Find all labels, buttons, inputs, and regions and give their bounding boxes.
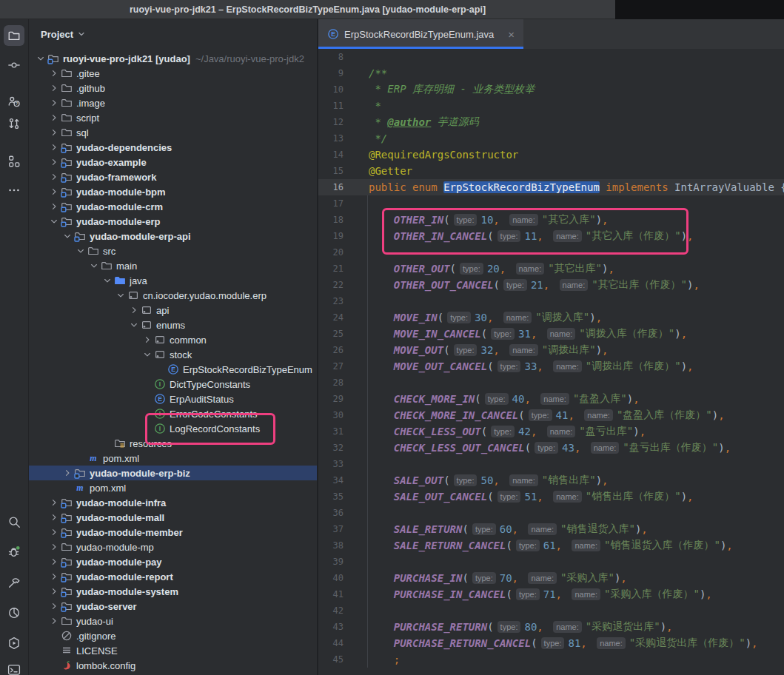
chevron-right-icon[interactable]: [48, 511, 60, 523]
tree-item-yudao-module-report[interactable]: yudao-module-report: [29, 569, 317, 584]
line-number[interactable]: 17: [318, 198, 344, 209]
line-number[interactable]: 9: [318, 68, 344, 78]
code-line-19[interactable]: 19 OTHER_IN_CANCEL(type:11, name:"其它入库（作…: [318, 228, 784, 244]
tree-item-stock[interactable]: stock: [29, 347, 317, 362]
tree-item-resources[interactable]: resources: [29, 436, 317, 451]
tree-item-common[interactable]: common: [29, 332, 317, 347]
services-icon[interactable]: [5, 634, 23, 652]
version-control-icon[interactable]: [5, 115, 23, 132]
chevron-right-icon[interactable]: [48, 186, 60, 198]
tree-item-sql[interactable]: sql: [29, 125, 317, 140]
tree-item-dicttypeconstants[interactable]: IDictTypeConstants: [29, 377, 317, 392]
line-number[interactable]: 30: [318, 410, 344, 420]
code-line-10[interactable]: 10 * ERP 库存明细 - 业务类型枚举: [318, 81, 784, 98]
search-icon[interactable]: [5, 513, 23, 531]
code-line-34[interactable]: 34 SALE_OUT(type:50, name:"销售出库"),: [318, 472, 784, 488]
chevron-down-icon[interactable]: [141, 349, 153, 360]
code-line-35[interactable]: 35 SALE_OUT_CANCEL(type:51, name:"销售出库（作…: [318, 488, 784, 505]
tree-item-yudao-module-infra[interactable]: yudao-module-infra: [29, 495, 317, 510]
tree-item-yudao-ui[interactable]: yudao-ui: [29, 614, 317, 628]
code-line-26[interactable]: 26 MOVE_OUT(type:32, name:"调拨出库"),: [318, 342, 784, 358]
code-line-14[interactable]: 14@RequiredArgsConstructor: [318, 147, 784, 163]
chevron-down-icon[interactable]: [61, 230, 73, 242]
chevron-right-icon[interactable]: [48, 171, 60, 183]
close-tab-icon[interactable]: ×: [508, 29, 515, 40]
line-number[interactable]: 34: [318, 475, 344, 486]
project-panel-header[interactable]: Project: [41, 26, 86, 42]
code-line-12[interactable]: 12 * @author 芋道源码: [318, 114, 784, 130]
chevron-right-icon[interactable]: [48, 82, 60, 94]
tree-item-yudao-module-erp[interactable]: yudao-module-erp: [29, 214, 317, 229]
chevron-down-icon[interactable]: [128, 319, 140, 331]
code-line-41[interactable]: 41 PURCHASE_IN_CANCEL(type:71, name:"采购入…: [318, 586, 784, 602]
code-line-18[interactable]: 18 OTHER_IN(type:10, name:"其它入库"),: [318, 212, 784, 228]
line-number[interactable]: 37: [318, 524, 344, 534]
chevron-down-icon[interactable]: [88, 260, 100, 272]
code-line-28[interactable]: 28: [318, 375, 784, 391]
line-number[interactable]: 27: [318, 361, 344, 372]
line-number[interactable]: 43: [318, 622, 344, 632]
line-number[interactable]: 16: [318, 182, 344, 192]
tree-item-yudao-dependencies[interactable]: yudao-dependencies: [29, 140, 317, 155]
line-number[interactable]: 45: [318, 654, 344, 665]
line-number[interactable]: 39: [318, 557, 344, 567]
more-icon[interactable]: [5, 181, 23, 199]
chevron-down-icon[interactable]: [101, 275, 113, 286]
tree-item-src[interactable]: src: [29, 244, 317, 258]
tree-item-yudao-module-erp-biz[interactable]: yudao-module-erp-biz: [29, 466, 317, 480]
code-line-20[interactable]: 20: [318, 244, 784, 261]
code-line-24[interactable]: 24 MOVE_IN(type:30, name:"调拨入库"),: [318, 309, 784, 326]
line-number[interactable]: 26: [318, 345, 344, 355]
line-number[interactable]: 11: [318, 101, 344, 111]
code-line-29[interactable]: 29 CHECK_MORE_IN(type:40, name:"盘盈入库"),: [318, 391, 784, 407]
chevron-right-icon[interactable]: [48, 615, 60, 627]
tree-item-yudao-example[interactable]: yudao-example: [29, 155, 317, 169]
code-line-9[interactable]: 9/**: [318, 65, 784, 81]
profiler-icon[interactable]: [5, 604, 23, 622]
tree-item-.gitignore[interactable]: .gitignore: [29, 628, 317, 643]
project-icon[interactable]: [4, 25, 24, 46]
line-number[interactable]: 8: [318, 52, 344, 62]
code-editor[interactable]: 89/**10 * ERP 库存明细 - 业务类型枚举11 *12 * @aut…: [318, 49, 784, 675]
line-number[interactable]: 13: [318, 133, 344, 144]
line-number[interactable]: 22: [318, 280, 344, 290]
line-number[interactable]: 35: [318, 491, 344, 502]
code-line-25[interactable]: 25 MOVE_IN_CANCEL(type:31, name:"调拨入库（作废…: [318, 326, 784, 342]
tree-item-lombok.config[interactable]: lombok.config: [29, 658, 317, 673]
tree-item-erpstockrecordbiztypeenum[interactable]: EErpStockRecordBizTypeEnum: [29, 362, 317, 377]
tree-item-yudao-module-pay[interactable]: yudao-module-pay: [29, 554, 317, 569]
line-number[interactable]: 15: [318, 166, 344, 176]
code-line-11[interactable]: 11 *: [318, 98, 784, 114]
tree-item-logrecordconstants[interactable]: ILogRecordConstants: [29, 421, 317, 436]
code-line-36[interactable]: 36: [318, 505, 784, 521]
chevron-right-icon[interactable]: [48, 541, 60, 553]
commit-icon[interactable]: [5, 56, 23, 74]
chevron-right-icon[interactable]: [48, 600, 60, 612]
code-line-45[interactable]: 45 ;: [318, 651, 784, 668]
chevron-right-icon[interactable]: [48, 67, 60, 79]
chevron-right-icon[interactable]: [48, 201, 60, 212]
code-line-33[interactable]: 33: [318, 456, 784, 472]
tree-item-yudao-module-bpm[interactable]: yudao-module-bpm: [29, 184, 317, 199]
code-line-16[interactable]: 16public enum ErpStockRecordBizTypeEnum …: [318, 179, 784, 195]
tree-item-ruoyi-vue-pro-jdk21-yudao-[interactable]: ruoyi-vue-pro-jdk21 [yudao]~/Java/ruoyi-…: [29, 51, 317, 66]
line-number[interactable]: 25: [318, 329, 344, 339]
line-number[interactable]: 44: [318, 638, 344, 648]
tree-item-script[interactable]: script: [29, 110, 317, 125]
code-line-13[interactable]: 13 */: [318, 130, 784, 147]
code-line-44[interactable]: 44 PURCHASE_RETURN_CANCEL(type:81, name:…: [318, 635, 784, 651]
line-number[interactable]: 28: [318, 377, 344, 388]
chevron-right-icon[interactable]: [48, 112, 60, 124]
code-line-38[interactable]: 38 SALE_RETURN_CANCEL(type:61, name:"销售退…: [318, 537, 784, 554]
tree-item-main[interactable]: main: [29, 258, 317, 273]
tree-item-yudao-module-mall[interactable]: yudao-module-mall: [29, 510, 317, 525]
line-number[interactable]: 41: [318, 589, 344, 600]
tree-item-erpauditstatus[interactable]: EErpAuditStatus: [29, 392, 317, 406]
chevron-right-icon[interactable]: [48, 571, 60, 582]
chevron-down-icon[interactable]: [115, 289, 127, 301]
line-number[interactable]: 38: [318, 540, 344, 551]
chevron-right-icon[interactable]: [61, 467, 73, 479]
tree-item-enums[interactable]: enums: [29, 318, 317, 332]
code-line-22[interactable]: 22 OTHER_OUT_CANCEL(type:21, name:"其它出库（…: [318, 277, 784, 293]
code-line-37[interactable]: 37 SALE_RETURN(type:60, name:"销售退货入库"),: [318, 521, 784, 537]
